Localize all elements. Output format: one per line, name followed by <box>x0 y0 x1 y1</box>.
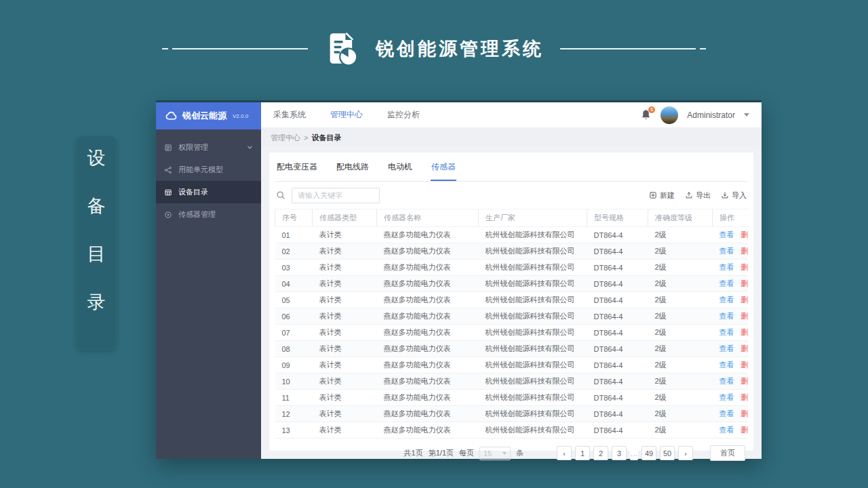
cell-no: 06 <box>275 308 313 325</box>
notification-badge: 5 <box>648 106 655 113</box>
delete-link[interactable]: 删除 <box>741 296 748 304</box>
pagination-total: 共1页 <box>404 448 423 458</box>
cell-accuracy: 2级 <box>648 357 713 373</box>
page-button-50[interactable]: 50 <box>660 446 675 460</box>
import-button[interactable]: 导入 <box>721 190 747 201</box>
sidebar: 锐创云能源 V2.0.0 权限管理 用能单元模型 <box>156 102 261 459</box>
delete-link[interactable]: 删除 <box>741 409 748 418</box>
cell-model: DT864-4 <box>587 276 648 292</box>
cell-no: 02 <box>275 243 313 260</box>
pagination: 共1页 第1/1页 每页 15 条 ‹ 1 2 3 … 49 50 <box>275 439 748 469</box>
nav-monitoring-analysis[interactable]: 监控分析 <box>387 109 420 121</box>
pagination-unit: 条 <box>516 448 524 458</box>
sidebar-item-permissions[interactable]: 权限管理 <box>156 136 261 159</box>
page-size-caret-icon <box>502 452 507 455</box>
delete-link[interactable]: 删除 <box>741 393 748 401</box>
new-button[interactable]: 新建 <box>649 190 675 201</box>
notifications-button[interactable]: 5 <box>641 109 652 121</box>
delete-link[interactable]: 删除 <box>741 279 748 287</box>
search-input[interactable] <box>292 188 380 203</box>
user-menu-caret-icon[interactable] <box>744 113 749 117</box>
page-size-select[interactable]: 15 <box>479 447 511 460</box>
delete-link[interactable]: 删除 <box>741 247 748 255</box>
plus-square-icon <box>649 191 657 199</box>
view-link[interactable]: 查看 <box>719 409 734 418</box>
next-page-button[interactable]: › <box>678 446 693 460</box>
cell-accuracy: 2级 <box>648 373 713 390</box>
page-button-2[interactable]: 2 <box>593 446 608 460</box>
delete-link[interactable]: 删除 <box>741 328 748 336</box>
cell-sensor-type: 表计类 <box>313 308 377 325</box>
sidebar-item-label: 传感器管理 <box>178 209 216 220</box>
delete-link[interactable]: 删除 <box>741 263 748 271</box>
page-size-value: 15 <box>484 449 492 458</box>
page-button-49[interactable]: 49 <box>642 446 656 460</box>
export-button[interactable]: 导出 <box>685 190 711 201</box>
view-link[interactable]: 查看 <box>719 312 734 320</box>
tab-distribution-transformer[interactable]: 配电变压器 <box>276 152 318 181</box>
cell-actions: 查看 删除 <box>713 325 749 341</box>
sidebar-item-energy-unit-model[interactable]: 用能单元模型 <box>156 159 261 181</box>
cell-sensor-type: 表计类 <box>313 373 377 390</box>
cell-actions: 查看 删除 <box>713 341 749 357</box>
view-link[interactable]: 查看 <box>719 247 734 255</box>
cell-sensor-name: 燕赵多功能电力仪表 <box>377 357 479 373</box>
table-toolbar: 新建 导出 导入 <box>275 182 748 209</box>
delete-link[interactable]: 删除 <box>741 344 748 352</box>
delete-link[interactable]: 删除 <box>741 361 748 369</box>
view-link[interactable]: 查看 <box>719 393 734 401</box>
view-link[interactable]: 查看 <box>719 279 734 287</box>
col-accuracy: 准确度等级 <box>648 209 713 227</box>
table-row: 08 表计类 燕赵多功能电力仪表 杭州锐创能源科技有限公司 DT864-4 2级… <box>275 341 749 357</box>
view-link[interactable]: 查看 <box>719 263 734 271</box>
cell-sensor-type: 表计类 <box>313 325 377 341</box>
cell-model: DT864-4 <box>587 308 648 325</box>
cell-actions: 查看 删除 <box>713 260 749 276</box>
sidebar-item-device-catalog[interactable]: 设备目录 <box>156 181 261 203</box>
breadcrumb-current: 设备目录 <box>311 133 341 143</box>
cell-model: DT864-4 <box>587 227 648 243</box>
first-page-button[interactable]: 首页 <box>710 445 745 461</box>
cell-no: 03 <box>275 260 313 276</box>
cell-model: DT864-4 <box>587 406 648 422</box>
view-link[interactable]: 查看 <box>719 426 734 434</box>
view-link[interactable]: 查看 <box>719 328 734 336</box>
nav-collection-system[interactable]: 采集系统 <box>273 109 306 121</box>
nav-management-center[interactable]: 管理中心 <box>330 109 363 121</box>
cell-accuracy: 2级 <box>648 292 713 308</box>
cell-no: 08 <box>275 341 313 357</box>
permissions-icon <box>164 144 172 152</box>
cell-manufacturer: 杭州锐创能源科技有限公司 <box>479 357 587 373</box>
view-link[interactable]: 查看 <box>719 361 734 369</box>
search-icon <box>276 190 285 200</box>
view-link[interactable]: 查看 <box>719 296 734 304</box>
cell-sensor-name: 燕赵多功能电力仪表 <box>377 390 479 406</box>
col-manufacturer: 生产厂家 <box>479 209 587 227</box>
cell-model: DT864-4 <box>587 341 648 357</box>
view-link[interactable]: 查看 <box>719 344 734 352</box>
delete-link[interactable]: 删除 <box>741 426 748 434</box>
cell-sensor-type: 表计类 <box>313 406 377 422</box>
vertical-tag-char: 设 <box>87 149 106 167</box>
view-link[interactable]: 查看 <box>719 377 734 385</box>
tab-distribution-line[interactable]: 配电线路 <box>336 152 370 181</box>
delete-link[interactable]: 删除 <box>741 230 748 239</box>
table-row: 06 表计类 燕赵多功能电力仪表 杭州锐创能源科技有限公司 DT864-4 2级… <box>275 308 749 325</box>
page-button-1[interactable]: 1 <box>575 446 590 460</box>
cell-no: 12 <box>275 406 313 422</box>
tab-sensor[interactable]: 传感器 <box>431 152 456 181</box>
page-button-3[interactable]: 3 <box>612 446 627 460</box>
cell-accuracy: 2级 <box>648 227 713 243</box>
sensor-table: 序号 传感器类型 传感器名称 生产厂家 型号规格 准确度等级 操作 01 表计类… <box>275 209 748 439</box>
avatar[interactable] <box>660 106 678 124</box>
cell-actions: 查看 删除 <box>713 276 749 292</box>
breadcrumb-parent[interactable]: 管理中心 <box>271 133 300 143</box>
delete-link[interactable]: 删除 <box>741 312 748 320</box>
top-nav: 采集系统 管理中心 监控分析 <box>273 109 420 121</box>
prev-page-button[interactable]: ‹ <box>557 446 572 460</box>
tab-motor[interactable]: 电动机 <box>387 152 413 181</box>
delete-link[interactable]: 删除 <box>741 377 748 385</box>
sidebar-item-sensor-management[interactable]: 传感器管理 <box>156 203 261 226</box>
document-pie-icon <box>324 31 359 66</box>
view-link[interactable]: 查看 <box>719 230 734 239</box>
